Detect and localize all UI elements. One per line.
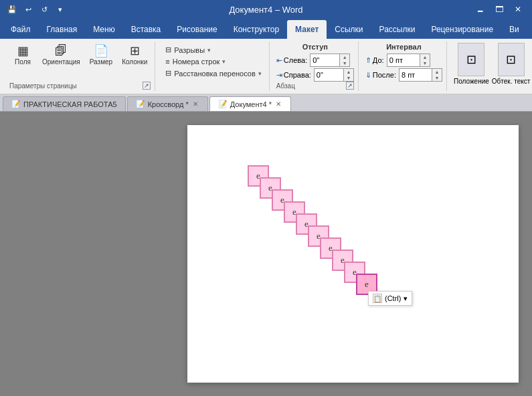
paste-popup[interactable]: 📋 (Ctrl) ▾ <box>368 291 412 306</box>
tab-view[interactable]: Ви <box>501 20 527 39</box>
size-icon: 📄 <box>94 45 108 57</box>
indent-group-label: Абзац <box>276 82 295 90</box>
ribbon-tabs: Файл Главная Меню Вставка Рисование Конс… <box>0 19 532 39</box>
redo-quick-btn[interactable]: ↺ <box>37 3 51 16</box>
indent-left-down[interactable]: ▼ <box>340 60 349 66</box>
interval-before-spin: ▲ ▼ <box>420 54 430 67</box>
tab-layout[interactable]: Макет <box>287 20 327 39</box>
interval-before-up[interactable]: ▲ <box>420 54 430 60</box>
indent-right-up[interactable]: ▲ <box>344 69 353 75</box>
tab-home[interactable]: Главная <box>39 20 86 39</box>
maximize-btn[interactable]: 🗖 <box>491 3 508 16</box>
interval-after-label: После: <box>373 71 396 79</box>
indent-left-row: ⇤ Слева: ▲ ▼ <box>276 54 354 67</box>
cell-10-char: е <box>365 279 369 290</box>
interval-before-down[interactable]: ▼ <box>420 60 430 66</box>
indent-left-icon: ⇤ <box>276 56 282 65</box>
columns-btn[interactable]: ⊞ Колонки <box>118 43 151 68</box>
doc-tab-praktika-icon: 📝 <box>11 100 21 108</box>
crossword-area: е е е е е <box>187 125 519 383</box>
interval-before-icon-label: ⇑ До: <box>365 56 384 65</box>
tab-mailings[interactable]: Рассылки <box>371 20 424 39</box>
hyphenation-btn[interactable]: ⊟ Расстановка переносов ▾ <box>162 68 264 79</box>
interval-before-icon: ⇑ <box>365 56 371 65</box>
doc-tab-doc4-icon: 📝 <box>218 100 228 108</box>
ribbon-content: ▦ Поля 🗐 Ориентация 📄 Размер ⊞ Колонки П… <box>0 39 532 94</box>
tab-menu[interactable]: Меню <box>85 20 122 39</box>
indent-right-down[interactable]: ▼ <box>344 75 353 81</box>
tab-refs[interactable]: Ссылки <box>327 20 371 39</box>
paste-popup-icon: 📋 <box>373 294 382 303</box>
columns-label: Колонки <box>122 58 147 66</box>
tab-file[interactable]: Файл <box>3 20 39 39</box>
wrap-icon: ⊡ <box>506 52 516 67</box>
customize-quick-btn[interactable]: ▾ <box>54 3 67 16</box>
indent-left-label: Слева: <box>284 56 307 64</box>
position-area: ⊡ Положение <box>454 43 489 85</box>
position-icon: ⊡ <box>466 52 476 67</box>
breaks-label: Разрывы <box>174 46 205 54</box>
interval-after-spin: ▲ ▼ <box>432 68 442 82</box>
interval-after-icon: ⇓ <box>365 71 371 80</box>
tab-review[interactable]: Рецензирование <box>423 20 501 39</box>
doc-tab-doc4-close[interactable]: ✕ <box>274 100 282 108</box>
undo-quick-btn[interactable]: ↩ <box>21 3 35 16</box>
indent-title: Отступ <box>302 43 328 51</box>
page-setup-expand[interactable]: ↗ <box>143 82 151 90</box>
columns-icon: ⊞ <box>130 45 140 57</box>
hyphenation-arrow: ▾ <box>258 70 262 77</box>
orientation-btn[interactable]: 🗐 Ориентация <box>39 43 84 68</box>
indent-right-row: ⇥ Справа: ▲ ▼ <box>276 68 354 82</box>
indent-left-up[interactable]: ▲ <box>340 54 349 60</box>
breaks-btn[interactable]: ⊟ Разрывы ▾ <box>162 44 264 56</box>
doc-tab-crossword[interactable]: 📝 Кроссворд * ✕ <box>127 96 208 111</box>
interval-after-input[interactable] <box>399 68 432 82</box>
doc-tab-crossword-icon: 📝 <box>136 100 145 108</box>
page-content: е е е е е <box>187 125 519 383</box>
interval-after-wrap: ▲ ▼ <box>399 68 442 82</box>
minimize-btn[interactable]: 🗕 <box>472 3 489 16</box>
breaks-arrow: ▾ <box>207 47 211 54</box>
document-page-area[interactable]: е е е е е <box>174 112 532 396</box>
interval-before-wrap: ▲ ▼ <box>387 54 430 67</box>
indent-right-label: Справа: <box>284 71 311 79</box>
indent-expand[interactable]: ↗ <box>346 82 354 90</box>
size-btn[interactable]: 📄 Размер <box>86 43 116 68</box>
doc-tab-crossword-close[interactable]: ✕ <box>191 100 199 108</box>
indent-right-input[interactable] <box>314 68 344 82</box>
doc-tab-praktika[interactable]: 📝 ПРАКТИЧЕСКАЯ РАБОТА5 <box>3 96 126 111</box>
sidebar-panel <box>0 112 174 396</box>
tab-design[interactable]: Конструктор <box>226 20 287 39</box>
tab-draw[interactable]: Рисование <box>169 20 225 39</box>
fields-icon: ▦ <box>17 45 29 57</box>
position-btn[interactable]: ⊡ <box>458 43 484 76</box>
tab-insert[interactable]: Вставка <box>123 20 169 39</box>
interval-after-row: ⇓ После: ▲ ▼ <box>365 68 442 82</box>
main-editing-area: е е е е е <box>0 112 532 396</box>
size-label: Размер <box>90 58 112 66</box>
quick-access-toolbar: 💾 ↩ ↺ ▾ <box>5 3 67 16</box>
line-nums-btn[interactable]: ≡ Номера строк ▾ <box>162 56 264 67</box>
interval-after-down[interactable]: ▼ <box>432 75 442 81</box>
save-quick-btn[interactable]: 💾 <box>5 3 19 16</box>
indent-left-input[interactable] <box>310 54 340 67</box>
close-btn[interactable]: ✕ <box>509 3 527 16</box>
doc-tab-doc4[interactable]: 📝 Документ4 * ✕ <box>209 96 291 111</box>
fields-label: Поля <box>15 58 31 66</box>
interval-after-up[interactable]: ▲ <box>432 69 442 75</box>
wrap-btn[interactable]: ⊡ <box>498 43 525 76</box>
interval-before-input[interactable] <box>387 54 420 67</box>
hyphenation-icon: ⊟ <box>165 69 171 78</box>
ribbon-group-interval: Интервал ⇑ До: ▲ ▼ <box>361 41 447 91</box>
indent-fields: ⇤ Слева: ▲ ▼ ⇥ Справа: <box>276 54 354 82</box>
interval-fields: ⇑ До: ▲ ▼ ⇓ После: <box>365 54 442 82</box>
paste-popup-arrow: ▾ <box>404 294 408 303</box>
document-tabs: 📝 ПРАКТИЧЕСКАЯ РАБОТА5 📝 Кроссворд * ✕ 📝… <box>0 94 532 112</box>
breaks-btns: ⊟ Разрывы ▾ ≡ Номера строк ▾ ⊟ Расстанов… <box>162 44 264 90</box>
orientation-label: Ориентация <box>42 58 80 66</box>
indent-right-input-wrap: ▲ ▼ <box>314 68 354 82</box>
ribbon-group-indent: Отступ ⇤ Слева: ▲ ▼ <box>272 41 359 91</box>
interval-before-row: ⇑ До: ▲ ▼ <box>365 54 442 67</box>
indent-left-spin: ▲ ▼ <box>340 54 350 67</box>
fields-btn[interactable]: ▦ Поля <box>9 43 36 68</box>
